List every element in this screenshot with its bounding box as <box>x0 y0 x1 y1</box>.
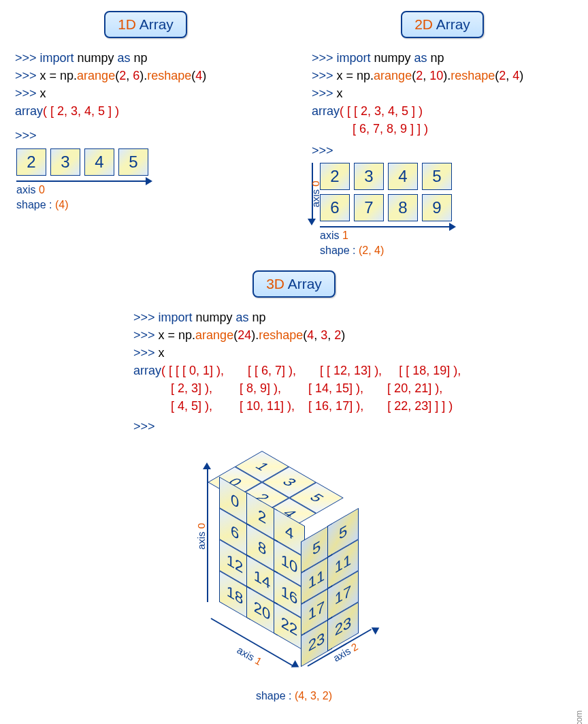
cell-1d: 4 <box>84 148 114 176</box>
c1d-reshape: reshape <box>147 69 191 82</box>
c1d-arange: arange <box>77 69 115 82</box>
code-3d: >>> import numpy as np >>> x = np.arange… <box>133 309 577 436</box>
iso-axis0-lbl: axis 0 <box>195 523 207 550</box>
cell-2d: 2 <box>320 163 350 190</box>
c1d-x: x = np. <box>40 69 78 82</box>
credit: w3resource.com <box>574 710 584 724</box>
pill-3d: 3D Array <box>252 270 336 298</box>
pill-2d: 2D Array <box>401 11 484 38</box>
axis0-2d: axis 0 <box>308 163 317 225</box>
top-row: 1D Array >>> import numpy as np >>> x = … <box>11 11 577 257</box>
cell-2d: 5 <box>422 163 452 190</box>
pill-1d-word: Array <box>136 16 174 32</box>
shape-3d: shape : (4, 3, 2) <box>11 690 577 702</box>
section-2d: 2D Array >>> import numpy as np >>> x = … <box>308 11 577 257</box>
axis1-2d <box>320 224 456 230</box>
cell-2d: 8 <box>388 194 418 221</box>
cell-2d: 9 <box>422 194 452 221</box>
cell-2d: 7 <box>354 194 384 221</box>
c1d-np: np <box>131 51 148 65</box>
cell-1d: 5 <box>118 148 148 176</box>
code-1d: >>> import numpy as np >>> x = np.arange… <box>15 49 280 144</box>
section-1d: 1D Array >>> import numpy as np >>> x = … <box>11 11 280 257</box>
cell-1d: 2 <box>16 148 46 176</box>
cell-2d: 6 <box>320 194 350 221</box>
c1d-as: as <box>118 51 131 65</box>
section-3d: 3D Array >>> import numpy as np >>> x = … <box>11 270 577 703</box>
c1d-eval: x <box>40 86 46 100</box>
code-2d: >>> import numpy as np >>> x = np.arange… <box>312 49 577 160</box>
c1d-numpy: numpy <box>74 51 118 65</box>
cell-2d: 4 <box>388 163 418 190</box>
cell-2d: 3 <box>354 163 384 190</box>
iso-cube: axis 0 axis 1 axis 2 0123450246810121416… <box>172 442 416 687</box>
c1d-import: import <box>40 51 74 65</box>
cell-1d: 3 <box>50 148 80 176</box>
cells-2d: axis 0 23456789 axis 1 shape : (2, 4) <box>308 163 577 257</box>
cells-1d: 2345 axis 0 shape : (4) <box>16 148 152 211</box>
c1d-out-vals: ( [ 2, 3, 4, 5 ] ) <box>43 104 119 118</box>
pill-1d-prefix: 1D <box>118 16 136 32</box>
axis-1d <box>16 178 152 184</box>
pill-1d: 1D Array <box>104 11 187 38</box>
c1d-out-kw: array <box>15 104 43 118</box>
iso-axis0 <box>207 469 208 602</box>
